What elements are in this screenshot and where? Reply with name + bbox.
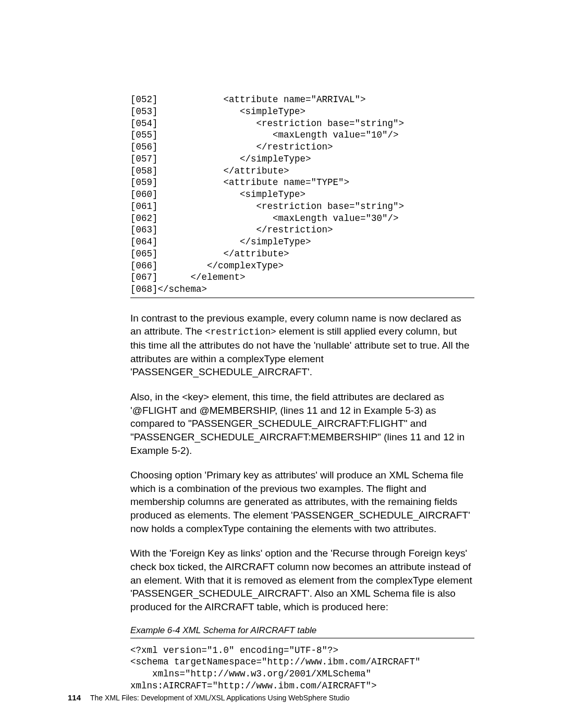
code-listing-2: <?xml version="1.0" encoding="UTF-8"?> <…	[130, 645, 474, 692]
example-caption: Example 6-4 XML Schema for AIRCRAFT tabl…	[130, 625, 474, 636]
rule-before-code2	[130, 638, 474, 638]
page-number: 114	[68, 693, 81, 702]
inline-code-restriction: <restriction>	[205, 327, 276, 337]
rule-after-code	[130, 298, 474, 298]
code-listing-1: [052] <attribute name="ARRIVAL"> [053] <…	[130, 94, 474, 295]
paragraph-4: With the 'Foreign Key as links' option a…	[130, 547, 474, 613]
paragraph-2: Also, in the <key> element, this time, t…	[130, 390, 474, 457]
paragraph-3: Choosing option 'Primary key as attribut…	[130, 468, 474, 535]
page: [052] <attribute name="ARRIVAL"> [053] <…	[0, 0, 563, 728]
paragraph-1: In contrast to the previous example, eve…	[130, 312, 474, 379]
footer: 114The XML Files: Development of XML/XSL…	[68, 693, 350, 702]
footer-title: The XML Files: Development of XML/XSL Ap…	[90, 694, 350, 702]
